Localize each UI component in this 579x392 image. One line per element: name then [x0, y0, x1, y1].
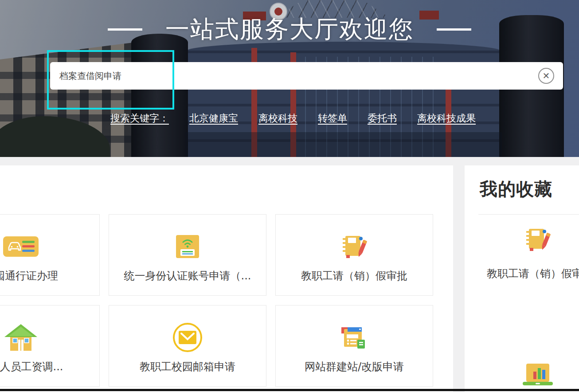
service-card-campus-pass[interactable]: 校园通行证办理: [0, 214, 100, 296]
service-card-label: 教职工校园邮箱申请: [140, 360, 235, 374]
keyword-link[interactable]: 北京健康宝: [189, 112, 238, 125]
title-dash-right: [437, 28, 471, 31]
notebook-pen-icon[interactable]: [524, 227, 552, 254]
search-input[interactable]: [59, 71, 538, 81]
laptop-chart-icon[interactable]: [521, 364, 555, 388]
keyword-link[interactable]: 转签单: [318, 112, 347, 125]
clear-search-icon[interactable]: ✕: [538, 68, 554, 84]
service-card-label: 聘用人员工资调...: [0, 360, 63, 374]
keyword-link[interactable]: 委托书: [368, 112, 397, 125]
favorites-divider: [478, 214, 579, 215]
service-card-label: 网站群建站/改版申请: [305, 360, 404, 374]
favorites-panel: 我的收藏 教职工请（销）假审批: [465, 165, 579, 392]
hero-banner: 一站式服务大厅欢迎您 ✕ 搜索关键字： 北京健康宝 离校科技 转签单 委托书 离…: [0, 0, 579, 157]
service-card-salary-adjust[interactable]: 聘用人员工资调...: [0, 305, 100, 387]
notebook-pen-icon: [340, 233, 368, 260]
keyword-link[interactable]: 离校科技: [258, 112, 297, 125]
favorite-item-label[interactable]: 教职工请（销）假审批: [487, 267, 579, 281]
hero-title-row: 一站式服务大厅欢迎您: [0, 13, 579, 46]
service-card-campus-email[interactable]: 教职工校园邮箱申请: [109, 305, 266, 387]
page-title: 一站式服务大厅欢迎您: [165, 13, 414, 46]
mail-icon: [173, 324, 202, 351]
title-dash-left: [108, 28, 142, 31]
service-card-leave-approval[interactable]: 教职工请（销）假审批: [275, 214, 433, 296]
service-card-label: 统一身份认证账号申请（...: [124, 269, 251, 283]
bottom-window-edge: [0, 389, 579, 391]
service-card-grid: 校园通行证办理 统一身份认证账号申请（...: [0, 214, 433, 387]
service-card-label: 教职工请（销）假审批: [301, 269, 407, 283]
service-card-website-build[interactable]: 网站群建站/改版申请: [275, 305, 433, 387]
house-icon: [4, 324, 38, 351]
service-card-label: 校园通行证办理: [0, 269, 58, 283]
wifi-account-icon: [176, 233, 200, 260]
favorites-title: 我的收藏: [480, 177, 552, 201]
keywords-label: 搜索关键字：: [110, 112, 169, 125]
vehicle-pass-icon: [3, 233, 39, 260]
webpage-icon: [341, 324, 367, 351]
service-card-identity-account[interactable]: 统一身份认证账号申请（...: [109, 214, 266, 296]
search-bar: ✕: [50, 62, 563, 90]
keyword-link[interactable]: 离校科技成果: [417, 112, 476, 125]
search-keywords-row: 搜索关键字： 北京健康宝 离校科技 转签单 委托书 离校科技成果: [110, 112, 476, 125]
